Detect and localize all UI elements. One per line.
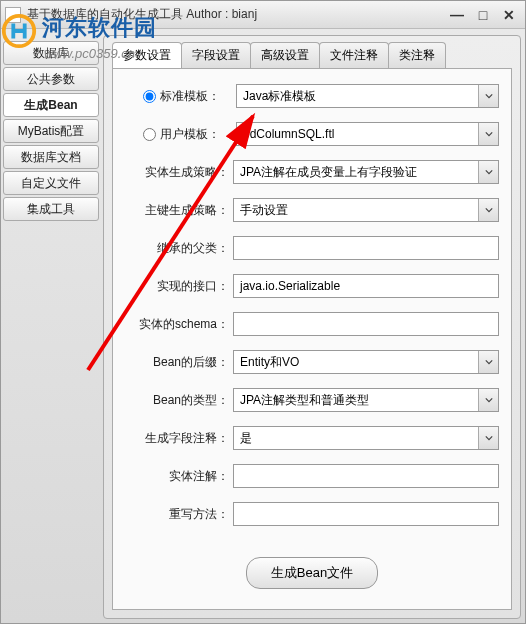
- chevron-down-icon: [478, 85, 498, 107]
- text-field[interactable]: [233, 236, 499, 260]
- form-label: Bean的类型：: [125, 392, 229, 409]
- form-label: 实体生成策略：: [125, 164, 229, 181]
- combo-value: Entity和VO: [240, 354, 299, 371]
- minimize-button[interactable]: —: [445, 6, 469, 24]
- combo-field[interactable]: Entity和VO: [233, 350, 499, 374]
- form-row: 实体生成策略：JPA注解在成员变量上有字段验证: [125, 159, 499, 185]
- combo-field[interactable]: 是: [233, 426, 499, 450]
- combo-value: JPA注解在成员变量上有字段验证: [240, 164, 417, 181]
- tab-field-settings[interactable]: 字段设置: [181, 42, 251, 68]
- chevron-down-icon: [478, 161, 498, 183]
- tab-advanced-settings[interactable]: 高级设置: [250, 42, 320, 68]
- combo-user-template-value: odColumnSQL.ftl: [243, 127, 334, 141]
- form-row: 生成字段注释：是: [125, 425, 499, 451]
- form-row: 主键生成策略：手动设置: [125, 197, 499, 223]
- tab-param-settings[interactable]: 参数设置: [112, 42, 182, 68]
- chevron-down-icon: [478, 427, 498, 449]
- window-title: 基于数据库的自动化生成工具 Author : bianj: [27, 6, 443, 23]
- row-standard-template: 标准模板： Java标准模板: [125, 83, 499, 109]
- form-row: 继承的父类：: [125, 235, 499, 261]
- main-panel: 参数设置 字段设置 高级设置 文件注释 类注释 标准模板： Java标准模板: [103, 35, 521, 619]
- text-field[interactable]: [233, 502, 499, 526]
- combo-field[interactable]: JPA注解在成员变量上有字段验证: [233, 160, 499, 184]
- form-label: Bean的后缀：: [125, 354, 229, 371]
- titlebar: 基于数据库的自动化生成工具 Author : bianj — □ ✕: [1, 1, 525, 29]
- form-label: 继承的父类：: [125, 240, 229, 257]
- text-field[interactable]: java.io.Serializable: [233, 274, 499, 298]
- chevron-down-icon: [478, 123, 498, 145]
- form-row: 实体的schema：: [125, 311, 499, 337]
- form-label: 主键生成策略：: [125, 202, 229, 219]
- sidebar-item-integration[interactable]: 集成工具: [3, 197, 99, 221]
- form-row: 实体注解：: [125, 463, 499, 489]
- text-field[interactable]: [233, 464, 499, 488]
- form-row: 实现的接口：java.io.Serializable: [125, 273, 499, 299]
- content-area: 数据库 公共参数 生成Bean MyBatis配置 数据库文档 自定义文件 集成…: [1, 29, 525, 623]
- chevron-down-icon: [478, 199, 498, 221]
- sidebar-item-database[interactable]: 数据库: [3, 41, 99, 65]
- label-standard-template: 标准模板：: [160, 88, 232, 105]
- sidebar-item-generate-bean[interactable]: 生成Bean: [3, 93, 99, 117]
- app-window: 基于数据库的自动化生成工具 Author : bianj — □ ✕ 数据库 公…: [0, 0, 526, 624]
- form-label: 重写方法：: [125, 506, 229, 523]
- radio-standard-template[interactable]: [143, 90, 156, 103]
- row-user-template: 用户模板： odColumnSQL.ftl: [125, 121, 499, 147]
- form-label: 生成字段注释：: [125, 430, 229, 447]
- form-label: 实现的接口：: [125, 278, 229, 295]
- app-icon: [5, 7, 21, 23]
- chevron-down-icon: [478, 351, 498, 373]
- combo-value: JPA注解类型和普通类型: [240, 392, 369, 409]
- tab-file-comment[interactable]: 文件注释: [319, 42, 389, 68]
- form-row: Bean的后缀：Entity和VO: [125, 349, 499, 375]
- close-button[interactable]: ✕: [497, 6, 521, 24]
- form-label: 实体注解：: [125, 468, 229, 485]
- maximize-button[interactable]: □: [471, 6, 495, 24]
- combo-standard-template-value: Java标准模板: [243, 88, 316, 105]
- sidebar-item-mybatis[interactable]: MyBatis配置: [3, 119, 99, 143]
- form-label: 实体的schema：: [125, 316, 229, 333]
- sidebar-item-common-params[interactable]: 公共参数: [3, 67, 99, 91]
- sidebar-item-db-doc[interactable]: 数据库文档: [3, 145, 99, 169]
- label-user-template: 用户模板：: [160, 126, 232, 143]
- radio-user-template[interactable]: [143, 128, 156, 141]
- generate-bean-button[interactable]: 生成Bean文件: [246, 557, 378, 589]
- tab-class-comment[interactable]: 类注释: [388, 42, 446, 68]
- combo-user-template[interactable]: odColumnSQL.ftl: [236, 122, 499, 146]
- form-row: 重写方法：: [125, 501, 499, 527]
- combo-value: 是: [240, 430, 252, 447]
- combo-value: 手动设置: [240, 202, 288, 219]
- combo-field[interactable]: JPA注解类型和普通类型: [233, 388, 499, 412]
- tab-panel-param-settings: 标准模板： Java标准模板 用户模板： odColumnSQL.ftl 实体生…: [112, 68, 512, 610]
- text-field[interactable]: [233, 312, 499, 336]
- sidebar-item-custom-file[interactable]: 自定义文件: [3, 171, 99, 195]
- combo-field[interactable]: 手动设置: [233, 198, 499, 222]
- chevron-down-icon: [478, 389, 498, 411]
- form-row: Bean的类型：JPA注解类型和普通类型: [125, 387, 499, 413]
- sidebar: 数据库 公共参数 生成Bean MyBatis配置 数据库文档 自定义文件 集成…: [3, 35, 99, 619]
- combo-standard-template[interactable]: Java标准模板: [236, 84, 499, 108]
- tab-bar: 参数设置 字段设置 高级设置 文件注释 类注释: [112, 42, 512, 68]
